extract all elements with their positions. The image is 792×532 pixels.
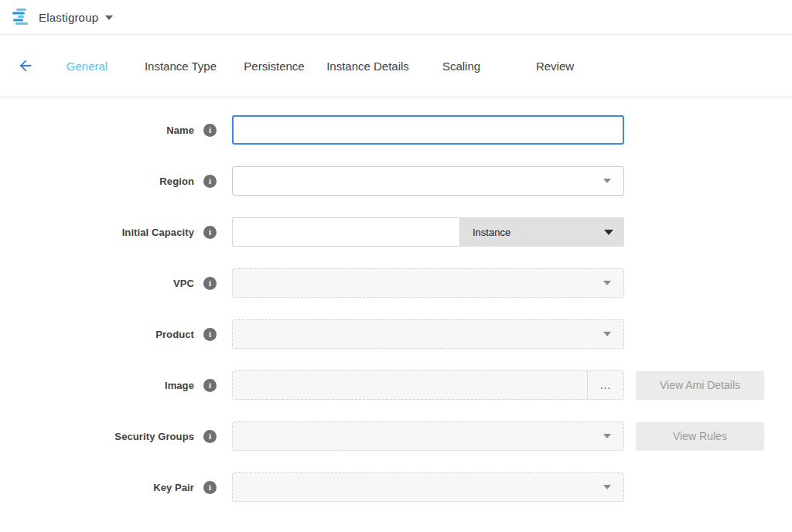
initial-capacity-input[interactable] xyxy=(232,217,460,247)
back-button[interactable] xyxy=(17,56,40,75)
chevron-down-icon xyxy=(603,332,611,336)
capacity-unit-select[interactable]: Instance xyxy=(460,217,624,247)
image-browse-button[interactable]: ... xyxy=(588,371,623,399)
tab-general[interactable]: General xyxy=(40,60,134,73)
image-info-icon[interactable]: i xyxy=(203,379,217,392)
initial-capacity-label: Initial Capacity xyxy=(122,227,194,238)
key-pair-select xyxy=(232,472,624,502)
wizard-tab-bar: General Instance Type Persistence Instan… xyxy=(0,35,792,97)
region-select[interactable] xyxy=(232,166,624,196)
key-pair-label: Key Pair xyxy=(153,482,194,493)
tab-instance-type[interactable]: Instance Type xyxy=(134,60,227,73)
security-groups-label: Security Groups xyxy=(114,431,194,442)
form-row-product: Product i xyxy=(0,319,792,349)
product-label: Product xyxy=(155,329,194,340)
back-arrow-icon xyxy=(17,57,34,74)
name-label: Name xyxy=(166,124,194,136)
product-info-icon[interactable]: i xyxy=(203,328,217,341)
tab-review[interactable]: Review xyxy=(508,60,602,73)
wizard-tabs: General Instance Type Persistence Instan… xyxy=(40,60,602,73)
name-input[interactable] xyxy=(232,115,624,145)
vpc-label: VPC xyxy=(173,278,194,289)
security-groups-info-icon[interactable]: i xyxy=(203,430,217,443)
general-form: Name i Region i Initial Capacity i xyxy=(0,97,792,502)
view-rules-button[interactable]: View Rules xyxy=(636,422,764,451)
form-row-security-groups: Security Groups i View Rules xyxy=(0,421,792,451)
region-info-icon[interactable]: i xyxy=(203,175,217,188)
form-row-region: Region i xyxy=(0,166,792,196)
product-select xyxy=(232,319,624,349)
elastigroup-logo-icon xyxy=(11,8,31,26)
chevron-down-icon xyxy=(603,179,611,183)
form-row-image: Image i ... View Ami Details xyxy=(0,370,792,400)
form-row-name: Name i xyxy=(0,115,792,145)
app-switcher-caret-icon[interactable] xyxy=(105,15,113,20)
tab-scaling[interactable]: Scaling xyxy=(415,60,508,73)
chevron-down-icon xyxy=(604,230,613,235)
elastigroup-create-page: Elastigroup General Instance Type Persis… xyxy=(0,0,792,532)
chevron-down-icon xyxy=(603,434,611,438)
form-row-vpc: VPC i xyxy=(0,268,792,298)
app-title[interactable]: Elastigroup xyxy=(39,11,98,24)
chevron-down-icon xyxy=(603,485,611,489)
capacity-unit-value: Instance xyxy=(473,227,510,238)
region-label: Region xyxy=(159,176,194,187)
chevron-down-icon xyxy=(603,281,611,285)
key-pair-info-icon[interactable]: i xyxy=(203,481,217,494)
app-header: Elastigroup xyxy=(0,0,792,35)
vpc-select xyxy=(232,268,624,298)
tab-instance-details[interactable]: Instance Details xyxy=(321,60,415,73)
security-groups-select xyxy=(232,421,624,451)
form-row-key-pair: Key Pair i xyxy=(0,472,792,502)
initial-capacity-info-icon[interactable]: i xyxy=(203,226,217,239)
tab-persistence[interactable]: Persistence xyxy=(227,60,321,73)
image-label: Image xyxy=(165,380,194,391)
image-picker: ... xyxy=(232,370,624,400)
name-info-icon[interactable]: i xyxy=(203,124,217,137)
view-ami-details-button[interactable]: View Ami Details xyxy=(636,371,764,400)
image-value xyxy=(233,371,587,399)
vpc-info-icon[interactable]: i xyxy=(203,277,217,290)
form-row-initial-capacity: Initial Capacity i Instance xyxy=(0,217,792,247)
